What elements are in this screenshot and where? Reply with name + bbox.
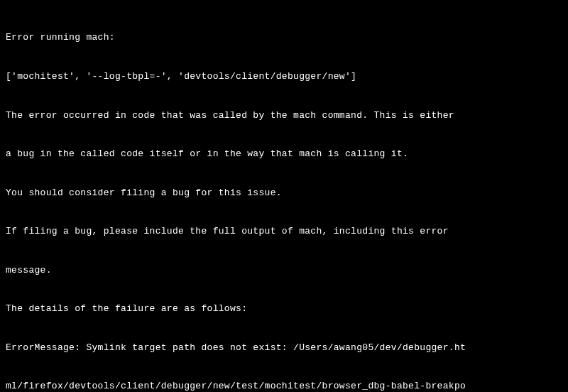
output-line: The details of the failure are as follow… (6, 303, 562, 315)
output-line: Error running mach: (6, 31, 562, 44)
output-line: ml/firefox/devtools/client/debugger/new/… (6, 380, 562, 392)
output-line: a bug in the called code itself or in th… (6, 148, 562, 160)
output-line: ErrorMessage: Symlink target path does n… (6, 342, 562, 354)
output-line: message. (6, 264, 562, 277)
output-line: ['mochitest', '--log-tbpl=-', 'devtools/… (6, 70, 562, 83)
output-line: The error occurred in code that was call… (6, 109, 562, 122)
output-line: If filing a bug, please include the full… (6, 225, 562, 238)
terminal-output: Error running mach: ['mochitest', '--log… (6, 6, 562, 392)
output-line: You should consider filing a bug for thi… (6, 187, 562, 200)
